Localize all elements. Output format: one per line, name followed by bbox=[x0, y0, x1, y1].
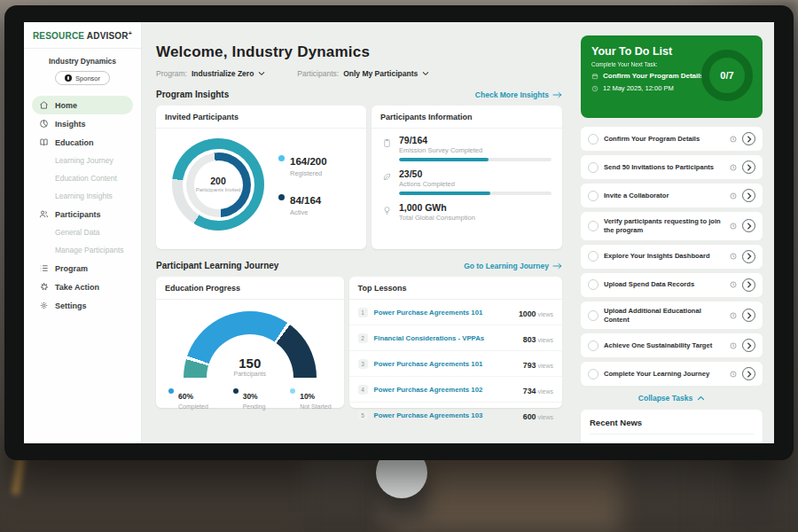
resource-advisor-logo: RESOURCE ADVISOR+ bbox=[24, 30, 141, 41]
task-item[interactable]: Upload Spend Data Records bbox=[581, 273, 763, 297]
task-label: Confirm Your Program Details bbox=[604, 135, 724, 144]
participants-information-card: Participants Information 79/164 Emission… bbox=[372, 106, 562, 249]
task-open-button[interactable] bbox=[742, 189, 755, 202]
task-item[interactable]: Achieve One Sustainability Target bbox=[581, 333, 763, 357]
section-title: Program Insights bbox=[156, 90, 229, 99]
task-checkbox[interactable] bbox=[588, 279, 598, 290]
task-open-button[interactable] bbox=[742, 367, 755, 380]
task-checkbox[interactable] bbox=[588, 310, 598, 321]
task-item[interactable]: Upload Additional Educational Content bbox=[581, 301, 763, 330]
education-progress-card: Education Progress 150 Participants 60% … bbox=[156, 277, 344, 408]
task-label: Upload Spend Data Records bbox=[604, 280, 724, 289]
task-item[interactable]: Send 50 Invitations to Participants bbox=[581, 155, 763, 179]
emission-survey-value: 79/164 bbox=[399, 135, 552, 145]
program-dropdown[interactable]: Program: Industrialize Zero bbox=[156, 69, 265, 78]
task-label: Upload Additional Educational Content bbox=[604, 307, 724, 325]
calendar-icon bbox=[591, 73, 598, 80]
sidebar-item-insights[interactable]: Insights bbox=[32, 114, 133, 133]
active-label: Active bbox=[290, 208, 321, 216]
participants-dropdown[interactable]: Participants: Only My Participants bbox=[297, 69, 429, 78]
clock-icon bbox=[730, 342, 737, 349]
pending-label: Pending bbox=[243, 403, 266, 410]
task-open-button[interactable] bbox=[742, 160, 755, 174]
task-item[interactable]: Explore Your Insights Dashboard bbox=[581, 245, 763, 269]
task-item[interactable]: Complete Your Learning Journey bbox=[581, 362, 763, 386]
task-item[interactable]: Invite a Collaborator bbox=[581, 184, 763, 207]
completed-label: Completed bbox=[178, 403, 208, 410]
views-count: 1000 bbox=[519, 309, 536, 318]
views-unit: views bbox=[537, 388, 553, 395]
home-icon bbox=[39, 100, 49, 110]
invited-total: 200 bbox=[210, 176, 226, 186]
donut-legend: 164/200 Registered 84/164 Active bbox=[278, 153, 327, 216]
sidebar-item-home[interactable]: Home bbox=[32, 96, 133, 114]
task-checkbox[interactable] bbox=[588, 134, 598, 145]
legend-pending: 30% Pending bbox=[233, 387, 266, 410]
task-open-button[interactable] bbox=[742, 132, 755, 145]
task-label: Verify participants requesting to join t… bbox=[604, 217, 724, 235]
lesson-row: 1 Power Purchase Agreements 101 1000view… bbox=[349, 300, 562, 325]
sidebar-item-education-content[interactable]: Education Content bbox=[32, 169, 133, 187]
gauge-label: Participants bbox=[184, 371, 317, 377]
lesson-link[interactable]: Power Purchase Agreements 101 bbox=[374, 360, 517, 368]
task-checkbox[interactable] bbox=[588, 369, 598, 379]
check-more-insights-link[interactable]: Check More Insights bbox=[475, 90, 562, 99]
recent-news-title: Recent News bbox=[590, 418, 754, 434]
recent-news-card: Recent News bbox=[581, 410, 763, 443]
lesson-row: 2 Financial Considerations - VPPAs 803vi… bbox=[349, 325, 562, 351]
sidebar-item-program[interactable]: Program bbox=[32, 259, 133, 278]
sponsor-badge[interactable]: Sponsor bbox=[55, 71, 110, 85]
task-checkbox[interactable] bbox=[588, 251, 598, 262]
actions-completed-progress bbox=[399, 192, 552, 195]
program-filter-label: Program: bbox=[156, 69, 187, 78]
sidebar-item-label: Participants bbox=[55, 210, 101, 219]
gauge-center: 150 Participants bbox=[184, 356, 317, 377]
task-checkbox[interactable] bbox=[588, 191, 598, 201]
active-dot bbox=[278, 194, 285, 200]
task-open-button[interactable] bbox=[742, 309, 755, 322]
task-item[interactable]: Confirm Your Program Details bbox=[581, 127, 763, 151]
rank-badge: 5 bbox=[358, 411, 368, 420]
sidebar-item-settings[interactable]: Settings bbox=[32, 296, 133, 315]
sidebar-item-take-action[interactable]: Take Action bbox=[32, 278, 133, 296]
lesson-link[interactable]: Power Purchase Agreements 102 bbox=[374, 386, 517, 394]
gauge-legend: 60% Completed 30% Pending 10% Not Starte… bbox=[156, 379, 344, 410]
collapse-tasks-link[interactable]: Collapse Tasks bbox=[581, 394, 763, 403]
divider bbox=[24, 48, 141, 49]
collapse-label: Collapse Tasks bbox=[638, 394, 692, 403]
card-title: Education Progress bbox=[156, 277, 344, 300]
task-label: Invite a Collaborator bbox=[604, 192, 724, 200]
sidebar-item-education[interactable]: Education bbox=[32, 133, 133, 152]
views-count: 803 bbox=[523, 335, 536, 344]
go-to-learning-journey-link[interactable]: Go to Learning Journey bbox=[464, 262, 562, 270]
task-checkbox[interactable] bbox=[588, 162, 598, 173]
sidebar-item-general-data[interactable]: General Data bbox=[32, 223, 133, 241]
sidebar-item-manage-participants[interactable]: Manage Participants bbox=[32, 241, 133, 259]
active-value: 84/164 bbox=[290, 195, 321, 206]
sidebar-item-learning-journey[interactable]: Learning Journey bbox=[32, 152, 133, 169]
background-desk-left bbox=[0, 448, 301, 532]
section-title: Participant Learning Journey bbox=[156, 261, 278, 270]
task-open-button[interactable] bbox=[742, 278, 755, 292]
task-counter: 0/7 bbox=[720, 70, 733, 81]
task-checkbox[interactable] bbox=[588, 340, 598, 351]
emission-survey-progress bbox=[399, 158, 552, 161]
task-label: Achieve One Sustainability Target bbox=[604, 341, 724, 350]
legend-not-started: 10% Not Started bbox=[290, 387, 331, 410]
sidebar-item-learning-insights[interactable]: Learning Insights bbox=[32, 187, 133, 205]
lesson-link[interactable]: Power Purchase Agreements 103 bbox=[374, 411, 517, 419]
book-icon bbox=[39, 137, 49, 147]
task-item[interactable]: Verify participants requesting to join t… bbox=[581, 212, 763, 240]
task-checkbox[interactable] bbox=[588, 221, 598, 231]
task-open-button[interactable] bbox=[742, 250, 755, 263]
task-open-button[interactable] bbox=[742, 339, 755, 352]
bulb-icon bbox=[382, 206, 392, 215]
actions-completed-row: 23/50 Actions Completed bbox=[382, 168, 552, 195]
sidebar-item-participants[interactable]: Participants bbox=[32, 205, 133, 223]
task-open-button[interactable] bbox=[742, 219, 755, 232]
lesson-link[interactable]: Financial Considerations - VPPAs bbox=[374, 334, 517, 342]
arrow-right-icon bbox=[552, 262, 562, 270]
sidebar-item-label: Home bbox=[55, 101, 77, 110]
lesson-link[interactable]: Power Purchase Agreements 101 bbox=[374, 309, 512, 317]
consumption-row: 1,000 GWh Total Global Consumption bbox=[382, 202, 552, 222]
